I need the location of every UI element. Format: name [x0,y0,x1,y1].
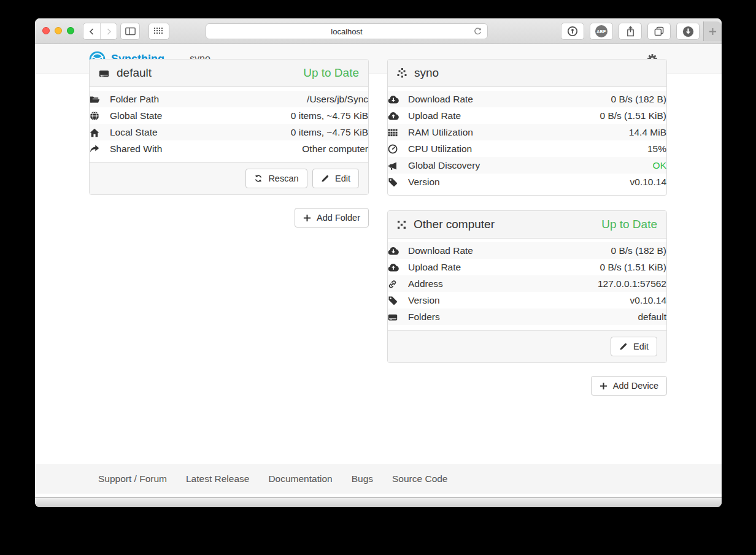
devices-column: syno Download Rate 0 B/s (182 B) [387,59,667,396]
forward-button[interactable] [100,23,117,39]
device-name: Other computer [414,218,495,231]
folder-panel-header[interactable]: default Up to Date [90,59,368,87]
device-dots-icon [397,220,406,229]
page-footer: Support / Forum Latest Release Documenta… [35,464,722,494]
device-panel-header[interactable]: Other computer Up to Date [388,211,666,239]
device-panel-footer: Edit [388,330,666,362]
cloud-download-icon [388,247,399,255]
table-row: CPU Utilization 15% [388,140,666,157]
table-row: Download Rate 0 B/s (182 B) [388,242,666,259]
row-label: Download Rate [408,91,542,107]
add-device-label: Add Device [613,380,658,391]
rescan-label: Rescan [268,173,298,184]
row-value: 0 items, ~4.75 KiB [214,124,368,140]
rescan-button[interactable]: Rescan [245,169,307,188]
table-row: Version v0.10.14 [388,174,666,190]
table-row: Folders default [388,308,666,325]
cloud-upload-icon [388,112,399,120]
add-folder-button[interactable]: Add Folder [295,208,369,228]
add-folder-label: Add Folder [317,212,360,223]
minimize-window-button[interactable] [55,27,62,34]
tabs-button[interactable] [647,23,671,40]
pencil-icon [619,342,628,351]
folder-info-table: Folder Path /Users/jb/Sync Global State … [90,91,368,157]
row-value: 14.4 MiB [542,124,666,140]
table-row: Shared With Other computer [90,140,368,157]
device-status-badge: Up to Date [601,218,657,231]
device-cluster-icon [397,68,407,78]
downloads-button[interactable] [676,23,700,40]
home-icon [90,128,99,137]
row-label: Address [408,275,534,292]
row-label: Folders [408,308,534,325]
table-row: Folder Path /Users/jb/Sync [90,91,368,107]
adblock-icon: ABP [595,25,608,37]
window-controls [42,27,74,34]
share-icon [626,26,635,37]
new-tab-button[interactable] [703,21,722,41]
row-value: v0.10.14 [534,292,666,308]
back-button[interactable] [83,23,100,39]
syncthing-page: Syncthing syno [35,44,722,497]
pencil-icon [321,174,330,183]
table-row: Global Discovery OK [388,157,666,174]
row-value: Other computer [214,140,368,157]
tab-overview-button[interactable] [148,23,169,40]
device-info-table: Download Rate 0 B/s (182 B) Upload Rate … [388,242,666,325]
footer-link-latest-release[interactable]: Latest Release [186,473,249,484]
grid-icon [388,129,398,137]
row-value: 0 B/s (182 B) [534,242,666,259]
sidebar-icon [125,27,136,36]
row-value: 0 items, ~4.75 KiB [214,107,368,124]
add-device-row: Add Device [387,376,667,396]
footer-link-documentation[interactable]: Documentation [268,473,332,484]
row-label: Folder Path [110,91,214,107]
add-device-button[interactable]: Add Device [591,376,667,396]
gauge-icon [388,144,398,154]
cloud-download-icon [388,95,399,104]
forward-icon [105,28,113,36]
footer-link-bugs[interactable]: Bugs [352,473,373,484]
table-row: Global State 0 items, ~4.75 KiB [90,107,368,124]
edit-folder-button[interactable]: Edit [312,169,359,188]
table-row: Upload Rate 0 B/s (1.51 KiB) [388,259,666,275]
adblock-button[interactable]: ABP [590,23,613,40]
row-value: 0 B/s (1.51 KiB) [534,259,666,275]
history-nav-group [83,23,117,40]
footer-link-support[interactable]: Support / Forum [98,473,167,484]
refresh-icon [254,174,263,183]
cloud-upload-icon [388,263,399,272]
address-bar[interactable]: localhost [206,23,488,39]
row-value: 127.0.0.1:57562 [534,275,666,292]
globe-icon [90,111,99,121]
reload-icon[interactable] [473,26,482,36]
share-button[interactable] [619,23,642,40]
row-label: Upload Rate [408,107,542,124]
row-label: Shared With [110,140,214,157]
address-bar-url: localhost [331,27,362,36]
zoom-window-button[interactable] [67,27,74,34]
hdd-icon [388,312,398,322]
close-window-button[interactable] [42,27,50,34]
edit-device-button[interactable]: Edit [611,337,657,356]
table-row: Local State 0 items, ~4.75 KiB [90,124,368,140]
onepassword-button[interactable] [561,23,584,40]
edit-label: Edit [633,341,649,352]
downloads-icon [682,26,694,37]
row-label: Download Rate [408,242,534,259]
device-info-table: Download Rate 0 B/s (182 B) Upload Rate … [388,91,666,190]
new-tab-icon [709,28,717,36]
hdd-icon [99,68,109,78]
row-label: Global Discovery [408,157,542,174]
edit-label: Edit [335,173,350,184]
row-value: default [534,308,666,325]
footer-link-source-code[interactable]: Source Code [392,473,447,484]
tab-grid-icon [154,28,164,35]
folder-open-icon [90,95,100,104]
onepassword-icon [567,26,578,37]
device-panel-header[interactable]: syno [388,59,666,87]
folder-status-badge: Up to Date [303,66,359,80]
sidebar-toggle-button[interactable] [120,23,140,40]
table-row: Version v0.10.14 [388,292,666,308]
folders-column: default Up to Date Folder Path /Users/jb… [89,59,369,228]
